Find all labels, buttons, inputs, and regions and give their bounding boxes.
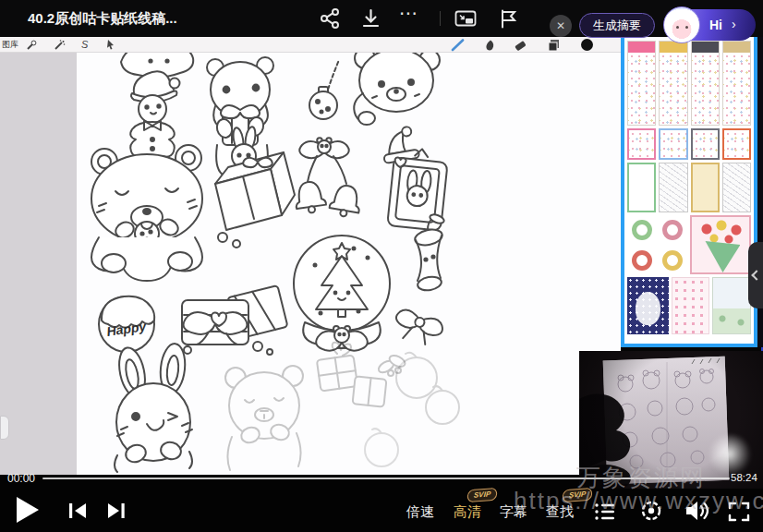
reference-thumbnail[interactable] bbox=[627, 41, 656, 126]
reference-thumbnail[interactable] bbox=[722, 163, 751, 212]
reference-thumbnail[interactable] bbox=[659, 128, 687, 160]
doodle-bells bbox=[293, 138, 363, 219]
reference-thumbnail[interactable] bbox=[659, 163, 687, 212]
reference-thumbnail[interactable] bbox=[672, 277, 710, 334]
next-button[interactable] bbox=[105, 501, 127, 521]
reference-thumbnail[interactable] bbox=[712, 277, 751, 334]
doodle-faded-bear bbox=[225, 366, 303, 470]
assistant-avatar bbox=[663, 6, 700, 43]
previous-button[interactable] bbox=[67, 501, 89, 521]
eraser-icon[interactable] bbox=[514, 39, 527, 52]
doodle-ornament bbox=[309, 60, 339, 119]
reference-panel[interactable] bbox=[621, 37, 757, 347]
video-title: 40.2原创咕卡贴纸线稿... bbox=[28, 0, 177, 37]
picture-in-picture-icon[interactable] bbox=[454, 8, 477, 30]
download-icon[interactable] bbox=[360, 7, 382, 30]
doodle-rabbit bbox=[115, 343, 192, 472]
doodle-gingerbread bbox=[130, 71, 179, 163]
flag-icon[interactable] bbox=[497, 8, 519, 30]
color-swatch[interactable] bbox=[580, 38, 594, 52]
drawing-app-toolbar: 图库 S bbox=[0, 37, 621, 53]
reference-row-frames bbox=[627, 163, 751, 212]
reference-thumbnail[interactable] bbox=[627, 128, 656, 160]
play-button[interactable] bbox=[15, 495, 41, 525]
doodle-snow-globe bbox=[294, 236, 390, 351]
selection-icon[interactable]: S bbox=[81, 39, 88, 50]
reference-thumbnail[interactable] bbox=[659, 41, 687, 126]
doodle-bear-topright bbox=[354, 53, 440, 125]
reference-thumbnail[interactable] bbox=[722, 128, 751, 160]
gallery-button[interactable]: 图库 bbox=[2, 39, 18, 51]
more-options-button[interactable]: ⋯ bbox=[399, 2, 418, 24]
reference-thumbnail-bouquet[interactable] bbox=[690, 215, 751, 274]
doodle-happy-cookie: Happy bbox=[99, 296, 154, 352]
reference-thumbnail[interactable] bbox=[627, 215, 656, 244]
video-player-window: 图库 S bbox=[0, 0, 763, 532]
speed-button[interactable]: 倍速 bbox=[406, 503, 434, 521]
panel-drawer-handle[interactable] bbox=[748, 242, 763, 308]
reference-thumbnail[interactable] bbox=[691, 163, 720, 212]
close-button[interactable]: ✕ bbox=[550, 15, 572, 37]
drawing-canvas[interactable]: Happy bbox=[77, 53, 621, 475]
doodle-bear-cookie bbox=[91, 145, 202, 281]
layers-icon[interactable] bbox=[547, 38, 561, 52]
watermark-url: https://www.wxzyw.cn bbox=[514, 487, 763, 515]
wrench-icon[interactable] bbox=[26, 40, 37, 51]
transform-cursor-icon[interactable] bbox=[105, 39, 116, 51]
quality-button[interactable]: 高清 bbox=[454, 503, 481, 521]
assistant-greeting: Hi bbox=[709, 9, 722, 41]
paint-brush-icon[interactable] bbox=[451, 39, 466, 52]
duration: 58:24 bbox=[731, 472, 757, 483]
current-time: 00:00 bbox=[7, 472, 35, 485]
chevron-right-icon: › bbox=[732, 9, 736, 41]
reference-row-sheets bbox=[627, 41, 751, 126]
reference-thumbnail[interactable] bbox=[627, 246, 656, 274]
reference-thumbnail[interactable] bbox=[658, 215, 686, 244]
reference-row-cards bbox=[627, 277, 751, 334]
reference-thumbnail[interactable] bbox=[722, 41, 751, 126]
smudge-tool-icon[interactable] bbox=[484, 39, 497, 52]
doodle-faded-gifts bbox=[317, 343, 406, 407]
floating-palette-edge[interactable] bbox=[0, 416, 9, 440]
doodle-faint-ring bbox=[365, 429, 398, 466]
generate-summary-button[interactable]: 生成摘要 bbox=[579, 13, 655, 38]
doodle-bow bbox=[391, 308, 445, 349]
titlebar-divider bbox=[440, 11, 441, 26]
magic-wand-icon[interactable] bbox=[54, 40, 66, 51]
doodle-gift-boxes bbox=[182, 285, 287, 355]
reference-thumbnail[interactable] bbox=[691, 41, 720, 126]
reference-thumbnail[interactable] bbox=[627, 277, 669, 334]
reference-thumbnail[interactable] bbox=[691, 128, 720, 160]
reference-thumbnail[interactable] bbox=[627, 163, 656, 212]
light-glare bbox=[707, 434, 753, 475]
reference-row-wreaths bbox=[627, 215, 751, 274]
reference-thumbnail[interactable] bbox=[658, 246, 686, 274]
reference-row-squares bbox=[627, 128, 751, 160]
assistant-button[interactable]: Hi › bbox=[665, 9, 756, 41]
share-icon[interactable] bbox=[320, 7, 342, 30]
canvas-margin bbox=[0, 53, 77, 475]
line-art: Happy bbox=[77, 53, 621, 475]
